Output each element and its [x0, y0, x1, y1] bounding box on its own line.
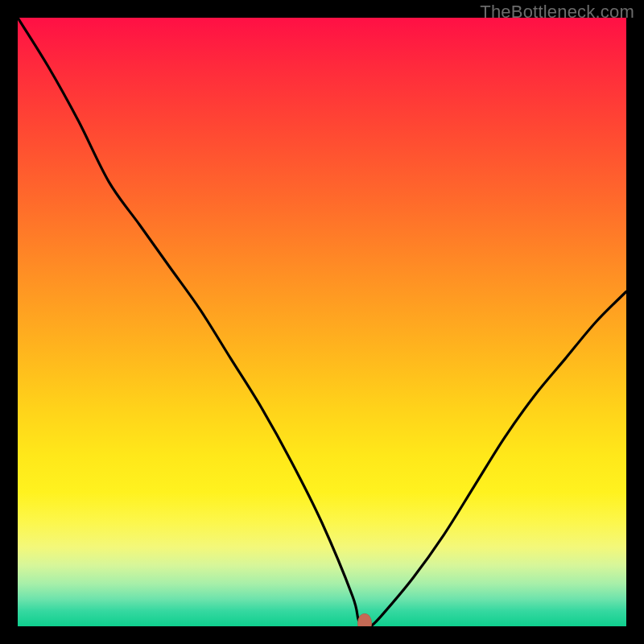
- watermark-text: TheBottleneck.com: [480, 2, 634, 23]
- optimal-point-marker: [357, 613, 372, 626]
- bottleneck-curve: [18, 18, 626, 626]
- curve-path: [18, 18, 626, 626]
- chart-frame: TheBottleneck.com: [0, 0, 644, 644]
- plot-area: [18, 18, 626, 626]
